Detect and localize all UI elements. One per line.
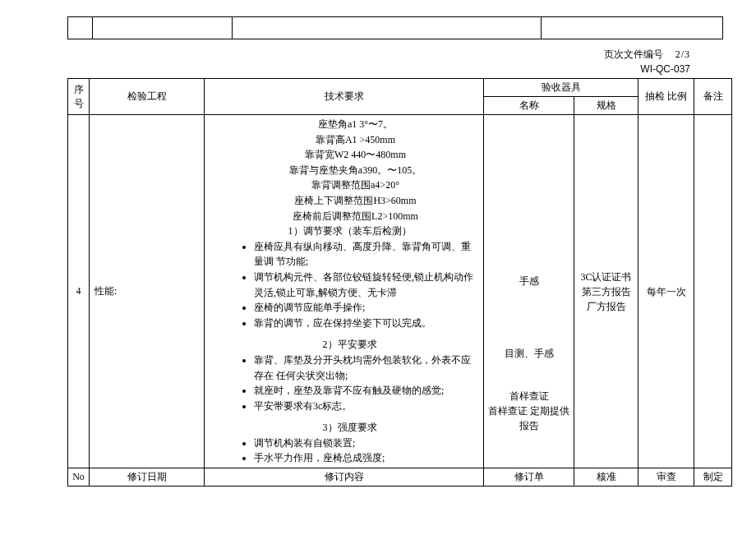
sect1-bullet: 座椅的调节应能单手操作; [254,300,480,316]
sect2-title: 2）平安要求 [208,337,480,353]
sect1-bullet: 座椅应具有纵向移动、高度升降、靠背角可调、重量调 节功能; [254,239,480,270]
sect1-bullet: 靠背的调节，应在保持坐姿下可以完成。 [254,316,480,331]
sect2-bullet: 平安带要求有3c标志。 [254,399,480,414]
spec-line: 靠背高A1 >450mm [208,132,480,148]
topbox-col2 [93,17,233,39]
instr-n1: 手感 [487,274,570,288]
col-instr-name: 名称 [484,97,574,115]
spec-line: 座椅前后调整范围L2>100mm [208,209,480,224]
sect3-bullet: 手水平力作用，座椅总成强度; [254,450,480,466]
cell-note [694,115,732,468]
spec-line: 靠背与座垫夹角a390。〜105。 [208,163,480,178]
spec-s2: 第三方报告 厂方报告 [578,284,634,314]
spec-line: 座垫角a1 3°〜7。 [208,117,480,132]
foot-make: 制定 [694,468,732,487]
col-instr-spec: 规格 [574,97,638,115]
cell-instr-name: 手感 目测、手感 首样查证 首样查证 定期提供报告 [484,115,574,468]
foot-date: 修订日期 [90,468,205,487]
sect3-title: 3）强度要求 [208,420,480,436]
foot-review: 审查 [638,468,694,487]
foot-approve: 核准 [574,468,638,487]
footer-row: No 修订日期 修订内容 修订单 核准 审查 制定 [68,468,732,487]
instr-n2: 目测、手感 [487,346,570,361]
topbox-col1 [68,17,93,39]
cell-sampling: 每年一次 [638,115,694,468]
header-empty-box [67,16,723,39]
col-req: 技术要求 [205,79,484,115]
cell-item: 性能: [90,115,205,468]
cell-requirements: 座垫角a1 3°〜7。 靠背高A1 >450mm 靠背宽W2 440〜480mm… [205,115,484,468]
col-no: 序号 [68,79,90,115]
col-note: 备注 [694,79,732,115]
document-id: WI-QC-037 [33,63,723,75]
col-instr-group: 验收器具 [484,79,638,97]
col-sampling: 抽检 比例 [638,79,694,115]
page-label: 页次文件编号 [604,48,663,60]
sampling-text: 每年一次 [642,284,690,299]
topbox-col3 [233,17,542,39]
sect3-bullet: 调节机构装有自锁装置; [254,436,480,451]
col-item: 检验工程 [90,79,205,115]
page-header-line: 页次文件编号 2/3 [33,48,723,62]
sect1-bullet: 调节机构元件、各部位铰链旋转轻便,锁止机构动作灵活,锁止可靠,解锁方便、无卡滞 [254,270,480,300]
foot-content: 修订内容 [205,468,484,487]
data-row: 4 性能: 座垫角a1 3°〜7。 靠背高A1 >450mm 靠背宽W2 440… [68,115,732,468]
foot-order: 修订单 [484,468,574,487]
sect2-bullet: 靠背、库垫及分开头枕均需外包装软化，外表不应存在 任何尖状突出物; [254,353,480,383]
inspection-table: 序号 检验工程 技术要求 验收器具 抽检 比例 备注 名称 规格 4 性能: 座… [67,78,732,487]
foot-no: No [68,468,90,487]
spec-line: 靠背调整范围a4>20° [208,178,480,193]
header-row-1: 序号 检验工程 技术要求 验收器具 抽检 比例 备注 [68,79,732,97]
instr-n3: 首样查证 [487,389,570,404]
sect1-title: 1）调节要求（装车后检测） [208,224,480,239]
spec-s1: 3C认证证书 [578,270,634,284]
page-number: 2/3 [675,48,690,60]
sect2-bullet: 就座时，座垫及靠背不应有触及硬物的感觉; [254,383,480,399]
topbox-col4 [542,17,722,39]
cell-instr-spec: 3C认证证书 第三方报告 厂方报告 [574,115,638,468]
spec-line: 座椅上下调整范围H3>60mm [208,193,480,209]
spec-line: 靠背宽W2 440〜480mm [208,147,480,163]
instr-n4: 首样查证 定期提供报告 [487,404,570,433]
cell-no: 4 [68,115,90,468]
